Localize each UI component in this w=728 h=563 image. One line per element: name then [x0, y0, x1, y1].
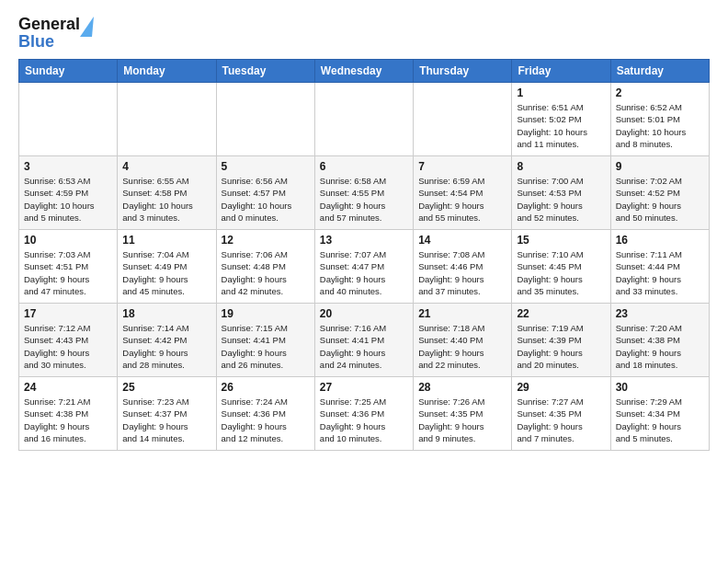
day-info: Sunrise: 7:04 AM Sunset: 4:49 PM Dayligh… [122, 248, 210, 297]
day-number: 15 [517, 234, 605, 247]
calendar-cell: 11Sunrise: 7:04 AM Sunset: 4:49 PM Dayli… [118, 230, 216, 304]
calendar-cell: 28Sunrise: 7:26 AM Sunset: 4:35 PM Dayli… [414, 377, 512, 451]
day-number: 28 [418, 381, 506, 394]
day-number: 8 [517, 160, 605, 173]
day-info: Sunrise: 7:27 AM Sunset: 4:35 PM Dayligh… [517, 396, 605, 444]
calendar-cell: 1Sunrise: 6:51 AM Sunset: 5:02 PM Daylig… [512, 83, 610, 156]
calendar-cell: 24Sunrise: 7:21 AM Sunset: 4:38 PM Dayli… [19, 377, 118, 451]
header: General Blue [18, 15, 710, 52]
col-header-friday: Friday [512, 60, 610, 83]
day-info: Sunrise: 7:20 AM Sunset: 4:38 PM Dayligh… [616, 322, 704, 371]
week-row-3: 10Sunrise: 7:03 AM Sunset: 4:51 PM Dayli… [19, 230, 710, 304]
calendar-cell: 14Sunrise: 7:08 AM Sunset: 4:46 PM Dayli… [414, 230, 512, 304]
calendar-cell: 12Sunrise: 7:06 AM Sunset: 4:48 PM Dayli… [216, 230, 314, 304]
day-info: Sunrise: 7:23 AM Sunset: 4:37 PM Dayligh… [122, 396, 210, 444]
header-row: SundayMondayTuesdayWednesdayThursdayFrid… [19, 60, 710, 83]
calendar-cell: 10Sunrise: 7:03 AM Sunset: 4:51 PM Dayli… [19, 230, 118, 304]
day-info: Sunrise: 7:24 AM Sunset: 4:36 PM Dayligh… [222, 396, 310, 444]
day-info: Sunrise: 7:10 AM Sunset: 4:45 PM Dayligh… [517, 248, 605, 297]
logo: General Blue [18, 15, 80, 52]
calendar-cell [216, 83, 314, 156]
calendar-cell: 7Sunrise: 6:59 AM Sunset: 4:54 PM Daylig… [414, 156, 512, 230]
day-info: Sunrise: 7:14 AM Sunset: 4:42 PM Dayligh… [122, 322, 210, 371]
day-info: Sunrise: 7:00 AM Sunset: 4:53 PM Dayligh… [517, 175, 605, 224]
calendar-cell [118, 83, 216, 156]
calendar-cell: 5Sunrise: 6:56 AM Sunset: 4:57 PM Daylig… [216, 156, 314, 230]
calendar-cell [19, 83, 118, 156]
calendar-cell: 26Sunrise: 7:24 AM Sunset: 4:36 PM Dayli… [216, 377, 314, 451]
day-number: 1 [517, 86, 605, 99]
day-number: 12 [222, 234, 310, 247]
calendar-cell: 9Sunrise: 7:02 AM Sunset: 4:52 PM Daylig… [610, 156, 709, 230]
day-info: Sunrise: 7:18 AM Sunset: 4:40 PM Dayligh… [418, 322, 506, 371]
day-number: 18 [122, 307, 210, 320]
day-info: Sunrise: 6:55 AM Sunset: 4:58 PM Dayligh… [122, 175, 210, 224]
day-info: Sunrise: 7:03 AM Sunset: 4:51 PM Dayligh… [24, 248, 112, 297]
day-number: 2 [616, 86, 704, 99]
day-number: 30 [616, 381, 704, 394]
calendar-cell [314, 83, 413, 156]
calendar-cell: 30Sunrise: 7:29 AM Sunset: 4:34 PM Dayli… [610, 377, 709, 451]
calendar-cell: 19Sunrise: 7:15 AM Sunset: 4:41 PM Dayli… [216, 304, 314, 377]
day-number: 14 [418, 234, 506, 247]
calendar-cell: 15Sunrise: 7:10 AM Sunset: 4:45 PM Dayli… [512, 230, 610, 304]
calendar-cell: 16Sunrise: 7:11 AM Sunset: 4:44 PM Dayli… [610, 230, 709, 304]
day-number: 22 [517, 307, 605, 320]
day-info: Sunrise: 6:51 AM Sunset: 5:02 PM Dayligh… [517, 101, 605, 150]
day-number: 19 [222, 307, 310, 320]
col-header-tuesday: Tuesday [216, 60, 314, 83]
day-number: 17 [24, 307, 112, 320]
day-info: Sunrise: 7:25 AM Sunset: 4:36 PM Dayligh… [320, 396, 408, 444]
day-number: 7 [418, 160, 506, 173]
calendar-cell: 17Sunrise: 7:12 AM Sunset: 4:43 PM Dayli… [19, 304, 118, 377]
calendar-cell: 6Sunrise: 6:58 AM Sunset: 4:55 PM Daylig… [314, 156, 413, 230]
calendar-cell: 23Sunrise: 7:20 AM Sunset: 4:38 PM Dayli… [610, 304, 709, 377]
calendar-cell: 27Sunrise: 7:25 AM Sunset: 4:36 PM Dayli… [314, 377, 413, 451]
day-number: 4 [122, 160, 210, 173]
col-header-wednesday: Wednesday [314, 60, 413, 83]
day-info: Sunrise: 7:02 AM Sunset: 4:52 PM Dayligh… [616, 175, 704, 224]
week-row-4: 17Sunrise: 7:12 AM Sunset: 4:43 PM Dayli… [19, 304, 710, 377]
week-row-2: 3Sunrise: 6:53 AM Sunset: 4:59 PM Daylig… [19, 156, 710, 230]
calendar-cell: 2Sunrise: 6:52 AM Sunset: 5:01 PM Daylig… [610, 83, 709, 156]
calendar-cell: 25Sunrise: 7:23 AM Sunset: 4:37 PM Dayli… [118, 377, 216, 451]
day-number: 11 [122, 234, 210, 247]
calendar-cell: 18Sunrise: 7:14 AM Sunset: 4:42 PM Dayli… [118, 304, 216, 377]
day-info: Sunrise: 7:29 AM Sunset: 4:34 PM Dayligh… [616, 396, 704, 444]
calendar-cell: 29Sunrise: 7:27 AM Sunset: 4:35 PM Dayli… [512, 377, 610, 451]
col-header-thursday: Thursday [414, 60, 512, 83]
day-info: Sunrise: 7:19 AM Sunset: 4:39 PM Dayligh… [517, 322, 605, 371]
day-info: Sunrise: 6:59 AM Sunset: 4:54 PM Dayligh… [418, 175, 506, 224]
day-number: 29 [517, 381, 605, 394]
day-number: 3 [24, 160, 112, 173]
day-number: 9 [616, 160, 704, 173]
calendar-table: SundayMondayTuesdayWednesdayThursdayFrid… [18, 59, 710, 451]
col-header-monday: Monday [118, 60, 216, 83]
day-info: Sunrise: 7:12 AM Sunset: 4:43 PM Dayligh… [24, 322, 112, 371]
day-info: Sunrise: 6:58 AM Sunset: 4:55 PM Dayligh… [320, 175, 408, 224]
calendar-cell: 13Sunrise: 7:07 AM Sunset: 4:47 PM Dayli… [314, 230, 413, 304]
day-number: 16 [616, 234, 704, 247]
calendar-cell: 21Sunrise: 7:18 AM Sunset: 4:40 PM Dayli… [414, 304, 512, 377]
day-info: Sunrise: 7:16 AM Sunset: 4:41 PM Dayligh… [320, 322, 408, 371]
calendar-cell [414, 83, 512, 156]
calendar-cell: 3Sunrise: 6:53 AM Sunset: 4:59 PM Daylig… [19, 156, 118, 230]
logo-general: General [18, 15, 80, 33]
day-number: 20 [320, 307, 408, 320]
calendar-cell: 4Sunrise: 6:55 AM Sunset: 4:58 PM Daylig… [118, 156, 216, 230]
day-info: Sunrise: 7:21 AM Sunset: 4:38 PM Dayligh… [24, 396, 112, 444]
day-info: Sunrise: 6:56 AM Sunset: 4:57 PM Dayligh… [222, 175, 310, 224]
col-header-saturday: Saturday [610, 60, 709, 83]
day-number: 10 [24, 234, 112, 247]
calendar-cell: 20Sunrise: 7:16 AM Sunset: 4:41 PM Dayli… [314, 304, 413, 377]
day-info: Sunrise: 7:07 AM Sunset: 4:47 PM Dayligh… [320, 248, 408, 297]
day-number: 21 [418, 307, 506, 320]
day-info: Sunrise: 7:06 AM Sunset: 4:48 PM Dayligh… [222, 248, 310, 297]
day-info: Sunrise: 7:15 AM Sunset: 4:41 PM Dayligh… [222, 322, 310, 371]
day-info: Sunrise: 7:26 AM Sunset: 4:35 PM Dayligh… [418, 396, 506, 444]
day-info: Sunrise: 6:52 AM Sunset: 5:01 PM Dayligh… [616, 101, 704, 150]
day-number: 24 [24, 381, 112, 394]
day-info: Sunrise: 7:11 AM Sunset: 4:44 PM Dayligh… [616, 248, 704, 297]
day-number: 27 [320, 381, 408, 394]
day-number: 13 [320, 234, 408, 247]
